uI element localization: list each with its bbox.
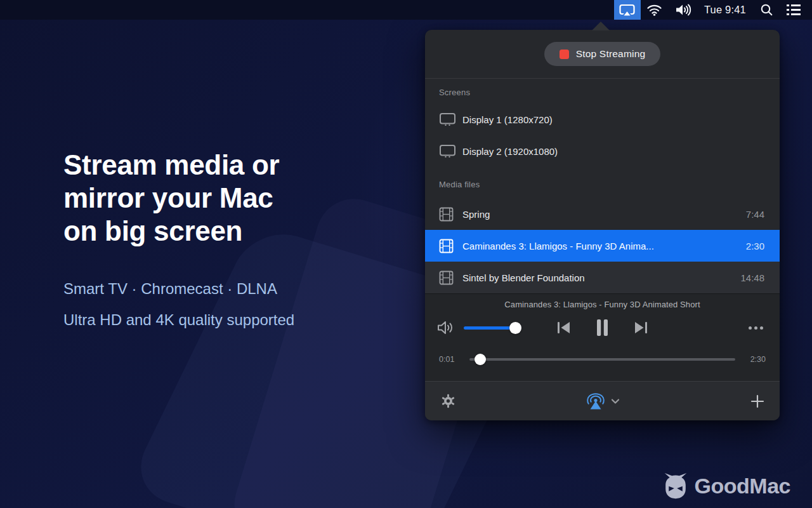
seek-bar[interactable] xyxy=(469,358,735,361)
volume-control-group xyxy=(438,321,521,335)
media-row-caminandes[interactable]: Caminandes 3: Llamigos - Funny 3D Anima.… xyxy=(425,230,780,262)
media-title: Spring xyxy=(462,209,738,220)
menubar-screen-mirroring-button[interactable] xyxy=(614,0,641,20)
progress-row: 0:01 2:30 xyxy=(425,346,780,373)
media-row-spring[interactable]: Spring 7:44 xyxy=(425,198,780,230)
brand-name: GoodMac xyxy=(695,474,790,498)
media-duration: 7:44 xyxy=(746,209,764,220)
next-track-button[interactable] xyxy=(634,321,648,335)
chevron-down-icon xyxy=(611,399,619,404)
hero-features-line: Smart TV · Chromecast · DLNA xyxy=(63,273,294,304)
menubar-clock[interactable]: Tue 9:41 xyxy=(699,0,754,20)
media-title: Sintel by Blender Foundation xyxy=(462,272,733,283)
total-time: 2:30 xyxy=(744,355,766,364)
panel-bottom-toolbar xyxy=(425,381,780,420)
volume-slider-knob[interactable] xyxy=(509,322,521,334)
search-icon xyxy=(761,4,773,16)
more-options-button[interactable] xyxy=(749,326,763,330)
media-title: Caminandes 3: Llamigos - Funny 3D Anima.… xyxy=(462,241,738,251)
wifi-icon xyxy=(647,4,662,16)
goodmac-cat-icon xyxy=(661,472,690,499)
add-media-button[interactable] xyxy=(750,394,764,408)
menubar-wifi-button[interactable] xyxy=(641,0,669,20)
hero-quality-line: Ultra HD and 4K quality supported xyxy=(63,304,294,335)
hero-title-line1: Stream media or xyxy=(63,149,279,180)
menu-bar: Tue 9:41 xyxy=(0,0,812,20)
stop-icon xyxy=(560,50,569,59)
menubar-volume-button[interactable] xyxy=(669,0,699,20)
menubar-list-button[interactable] xyxy=(779,0,808,20)
display-icon xyxy=(439,144,457,158)
film-icon xyxy=(439,207,457,222)
screen-label: Display 2 (1920x1080) xyxy=(462,146,764,157)
brand-logo: GoodMac xyxy=(661,472,790,499)
transport-controls xyxy=(556,319,648,337)
more-icon xyxy=(754,326,757,330)
screen-mirroring-icon xyxy=(619,4,635,17)
media-section-header: Media files xyxy=(439,180,780,189)
screen-row-display2[interactable]: Display 2 (1920x1080) xyxy=(425,135,780,167)
pause-button[interactable] xyxy=(596,319,609,337)
stop-streaming-area: Stop Streaming xyxy=(425,30,780,79)
settings-button[interactable] xyxy=(440,393,456,409)
airplay-icon xyxy=(586,392,605,410)
stop-streaming-button[interactable]: Stop Streaming xyxy=(544,42,661,66)
player-section: Caminandes 3: Llamigos - Funny 3D Animat… xyxy=(425,293,780,381)
screens-section-header: Screens xyxy=(439,88,780,97)
more-icon xyxy=(760,326,763,330)
more-icon xyxy=(749,326,752,330)
panel-notch xyxy=(592,22,610,30)
stop-streaming-label: Stop Streaming xyxy=(576,48,646,60)
previous-track-button[interactable] xyxy=(556,321,571,335)
media-duration: 14:48 xyxy=(740,272,764,283)
hero-title-line2: mirror your Mac xyxy=(63,182,273,213)
screen-row-display1[interactable]: Display 1 (1280x720) xyxy=(425,104,780,135)
film-icon xyxy=(439,239,457,253)
player-controls-row xyxy=(425,309,780,346)
now-playing-title: Caminandes 3: Llamigos - Funny 3D Animat… xyxy=(425,300,780,309)
airplay-device-selector[interactable] xyxy=(586,392,619,410)
seek-knob[interactable] xyxy=(475,354,486,365)
hero-subtitle: Smart TV · Chromecast · DLNA Ultra HD an… xyxy=(63,273,294,335)
media-row-sintel[interactable]: Sintel by Blender Foundation 14:48 xyxy=(425,262,780,293)
film-icon xyxy=(439,271,457,285)
hero-title: Stream media or mirror your Mac on big s… xyxy=(63,149,294,248)
screen-label: Display 1 (1280x720) xyxy=(462,114,764,125)
hero-section: Stream media or mirror your Mac on big s… xyxy=(63,149,294,335)
media-duration: 2:30 xyxy=(746,241,764,251)
volume-icon xyxy=(676,4,692,16)
hero-title-line3: on big screen xyxy=(63,215,242,246)
volume-slider[interactable] xyxy=(464,322,521,334)
display-icon xyxy=(439,112,457,126)
speaker-icon xyxy=(438,321,455,335)
menubar-search-button[interactable] xyxy=(754,0,779,20)
elapsed-time: 0:01 xyxy=(439,355,461,364)
list-icon xyxy=(787,4,801,16)
streaming-dropdown-panel: Stop Streaming Screens Display 1 (1280x7… xyxy=(425,30,780,420)
